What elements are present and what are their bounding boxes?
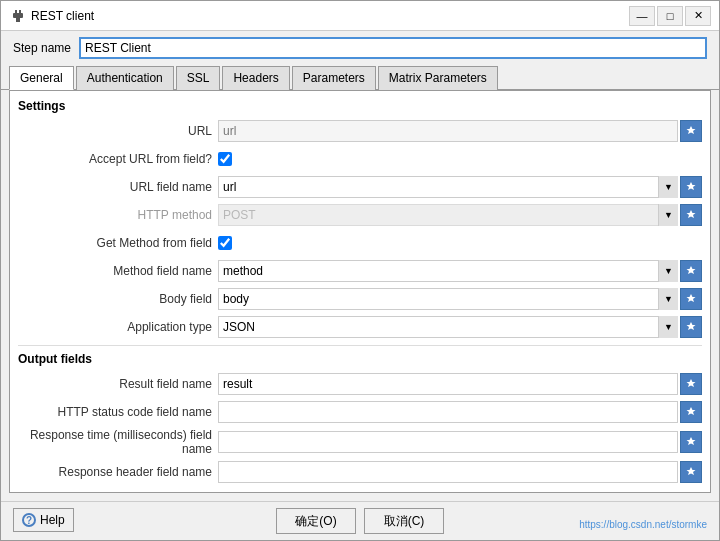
help-icon: ? bbox=[22, 513, 36, 527]
maximize-button[interactable]: □ bbox=[657, 6, 683, 26]
response-header-label: Response header field name bbox=[18, 465, 218, 479]
output-fields-section: Output fields Result field name HTTP sta… bbox=[18, 352, 702, 484]
http-method-icon-btn[interactable] bbox=[680, 204, 702, 226]
response-header-icon-btn[interactable] bbox=[680, 461, 702, 483]
accept-url-row: Accept URL from field? bbox=[18, 147, 702, 171]
cancel-button[interactable]: 取消(C) bbox=[364, 508, 444, 534]
step-name-row: Step name bbox=[1, 31, 719, 65]
method-field-name-icon-btn[interactable] bbox=[680, 260, 702, 282]
accept-url-checkbox[interactable] bbox=[218, 152, 232, 166]
application-type-label: Application type bbox=[18, 320, 218, 334]
get-method-checkbox[interactable] bbox=[218, 236, 232, 250]
http-method-row: HTTP method POST ▼ bbox=[18, 203, 702, 227]
result-field-input[interactable] bbox=[218, 373, 678, 395]
ok-button[interactable]: 确定(O) bbox=[276, 508, 356, 534]
close-button[interactable]: ✕ bbox=[685, 6, 711, 26]
method-field-name-row: Method field name method ▼ bbox=[18, 259, 702, 283]
rest-client-window: REST client — □ ✕ Step name General Auth… bbox=[0, 0, 720, 541]
response-time-input[interactable] bbox=[218, 431, 678, 453]
section-divider bbox=[18, 345, 702, 346]
accept-url-label: Accept URL from field? bbox=[18, 152, 218, 166]
application-type-combo: JSON XML TEXT OCTET-STREAM ▼ bbox=[218, 316, 678, 338]
svg-rect-2 bbox=[13, 13, 23, 18]
help-label: Help bbox=[40, 513, 65, 527]
response-time-row: Response time (milliseconds) field name bbox=[18, 428, 702, 456]
tab-matrix-parameters[interactable]: Matrix Parameters bbox=[378, 66, 498, 90]
http-status-input[interactable] bbox=[218, 401, 678, 423]
http-method-label: HTTP method bbox=[18, 208, 218, 222]
result-field-icon-btn[interactable] bbox=[680, 373, 702, 395]
url-field-name-select[interactable]: url bbox=[218, 176, 678, 198]
method-field-name-combo: method ▼ bbox=[218, 260, 678, 282]
body-field-combo: body ▼ bbox=[218, 288, 678, 310]
tab-authentication[interactable]: Authentication bbox=[76, 66, 174, 90]
url-field-name-combo: url ▼ bbox=[218, 176, 678, 198]
svg-rect-0 bbox=[15, 10, 17, 13]
http-method-combo: POST ▼ bbox=[218, 204, 678, 226]
body-field-label: Body field bbox=[18, 292, 218, 306]
step-name-label: Step name bbox=[13, 41, 71, 55]
accept-url-checkbox-wrapper bbox=[218, 152, 232, 166]
body-field-select[interactable]: body bbox=[218, 288, 678, 310]
tab-bar: General Authentication SSL Headers Param… bbox=[1, 65, 719, 90]
minimize-button[interactable]: — bbox=[629, 6, 655, 26]
body-field-row: Body field body ▼ bbox=[18, 287, 702, 311]
url-field-name-icon-btn[interactable] bbox=[680, 176, 702, 198]
get-method-row: Get Method from field bbox=[18, 231, 702, 255]
response-time-icon-btn[interactable] bbox=[680, 431, 702, 453]
url-icon-btn[interactable] bbox=[680, 120, 702, 142]
url-field-name-row: URL field name url ▼ bbox=[18, 175, 702, 199]
method-field-name-label: Method field name bbox=[18, 264, 218, 278]
get-method-checkbox-wrapper bbox=[218, 236, 232, 250]
application-type-row: Application type JSON XML TEXT OCTET-STR… bbox=[18, 315, 702, 339]
http-status-icon-btn[interactable] bbox=[680, 401, 702, 423]
tab-parameters[interactable]: Parameters bbox=[292, 66, 376, 90]
response-time-label: Response time (milliseconds) field name bbox=[18, 428, 218, 456]
http-status-row: HTTP status code field name bbox=[18, 400, 702, 424]
get-method-label: Get Method from field bbox=[18, 236, 218, 250]
tab-general[interactable]: General bbox=[9, 66, 74, 90]
titlebar: REST client — □ ✕ bbox=[1, 1, 719, 31]
svg-rect-1 bbox=[19, 10, 21, 13]
watermark: https://blog.csdn.net/stormke bbox=[579, 519, 707, 530]
url-row: URL bbox=[18, 119, 702, 143]
result-field-row: Result field name bbox=[18, 372, 702, 396]
help-button[interactable]: ? Help bbox=[13, 508, 74, 532]
svg-rect-3 bbox=[16, 18, 20, 22]
tab-headers[interactable]: Headers bbox=[222, 66, 289, 90]
main-content: Settings URL Accept URL from field? URL … bbox=[9, 90, 711, 493]
url-input[interactable] bbox=[218, 120, 678, 142]
step-name-input[interactable] bbox=[79, 37, 707, 59]
body-field-icon-btn[interactable] bbox=[680, 288, 702, 310]
window-controls: — □ ✕ bbox=[629, 6, 711, 26]
result-field-label: Result field name bbox=[18, 377, 218, 391]
window-title: REST client bbox=[31, 9, 629, 23]
application-type-select[interactable]: JSON XML TEXT OCTET-STREAM bbox=[218, 316, 678, 338]
url-field-name-label: URL field name bbox=[18, 180, 218, 194]
bottom-bar: ? Help 确定(O) 取消(C) https://blog.csdn.net… bbox=[1, 501, 719, 540]
method-field-name-select[interactable]: method bbox=[218, 260, 678, 282]
response-header-row: Response header field name bbox=[18, 460, 702, 484]
application-type-icon-btn[interactable] bbox=[680, 316, 702, 338]
http-status-label: HTTP status code field name bbox=[18, 405, 218, 419]
app-icon bbox=[9, 8, 25, 24]
http-method-select[interactable]: POST bbox=[218, 204, 678, 226]
url-label: URL bbox=[18, 124, 218, 138]
response-header-input[interactable] bbox=[218, 461, 678, 483]
settings-section-title: Settings bbox=[18, 99, 702, 113]
tab-ssl[interactable]: SSL bbox=[176, 66, 221, 90]
output-fields-title: Output fields bbox=[18, 352, 702, 366]
